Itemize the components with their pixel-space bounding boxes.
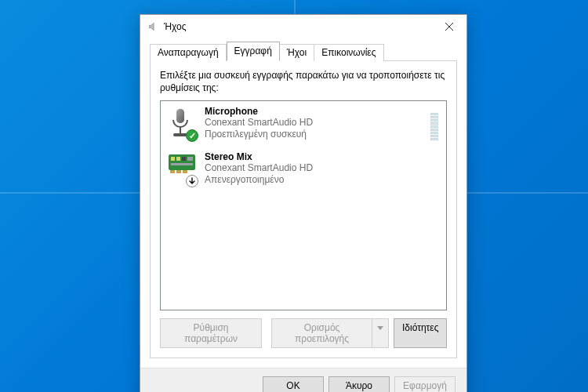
instruction-text: Επιλέξτε μια συσκευή εγγραφής παρακάτω γ… bbox=[160, 69, 447, 94]
svg-rect-7 bbox=[171, 157, 175, 161]
ok-button[interactable]: OK bbox=[263, 376, 324, 392]
tab-playback[interactable]: Αναπαραγωγή bbox=[150, 44, 227, 61]
svg-rect-4 bbox=[180, 127, 181, 133]
device-status: Απενεργοποιημένο bbox=[205, 174, 438, 186]
device-item-stereomix[interactable]: Stereo Mix Conexant SmartAudio HD Απενερ… bbox=[161, 147, 446, 192]
titlebar: Ήχος bbox=[140, 15, 466, 38]
device-text: Microphone Conexant SmartAudio HD Προεπι… bbox=[205, 106, 423, 140]
configure-button[interactable]: Ρύθμιση παραμέτρων bbox=[160, 318, 262, 348]
close-button[interactable] bbox=[431, 15, 466, 38]
tab-panel-recording: Επιλέξτε μια συσκευή εγγραφής παρακάτω γ… bbox=[150, 60, 457, 358]
svg-rect-8 bbox=[176, 157, 180, 161]
svg-rect-10 bbox=[187, 157, 193, 161]
device-item-microphone[interactable]: ✓ Microphone Conexant SmartAudio HD Προε… bbox=[161, 101, 446, 147]
arrow-down-icon bbox=[186, 175, 198, 187]
svg-rect-13 bbox=[176, 170, 181, 173]
sound-dialog: Ήχος Αναπαραγωγή Εγγραφή Ήχοι Επικοινωνί… bbox=[140, 14, 467, 392]
svg-rect-11 bbox=[171, 163, 193, 165]
properties-button[interactable]: Ιδιότητες bbox=[394, 318, 447, 348]
cancel-button[interactable]: Άκυρο bbox=[328, 376, 390, 392]
microphone-icon: ✓ bbox=[167, 106, 197, 140]
svg-rect-9 bbox=[182, 157, 186, 161]
svg-rect-3 bbox=[176, 109, 184, 123]
tab-recording[interactable]: Εγγραφή bbox=[227, 42, 280, 61]
soundcard-icon bbox=[167, 151, 197, 186]
device-driver: Conexant SmartAudio HD bbox=[205, 117, 423, 129]
device-text: Stereo Mix Conexant SmartAudio HD Απενερ… bbox=[205, 151, 438, 186]
tab-sounds[interactable]: Ήχοι bbox=[280, 44, 314, 61]
level-meter bbox=[430, 107, 438, 140]
dialog-content: Αναπαραγωγή Εγγραφή Ήχοι Επικοινωνίες Επ… bbox=[140, 38, 466, 368]
desktop-background: Ήχος Αναπαραγωγή Εγγραφή Ήχοι Επικοινωνί… bbox=[0, 0, 588, 392]
set-default-button[interactable]: Ορισμός προεπιλογής bbox=[271, 318, 389, 348]
svg-rect-12 bbox=[170, 170, 175, 173]
speaker-icon bbox=[147, 20, 159, 33]
chevron-down-icon[interactable] bbox=[372, 319, 388, 347]
device-name: Stereo Mix bbox=[205, 151, 438, 162]
apply-button[interactable]: Εφαρμογή bbox=[394, 376, 456, 392]
device-status: Προεπιλεγμένη συσκευή bbox=[205, 129, 423, 140]
tab-communications[interactable]: Επικοινωνίες bbox=[314, 44, 383, 61]
recording-device-list[interactable]: ✓ Microphone Conexant SmartAudio HD Προε… bbox=[160, 100, 447, 310]
tab-strip: Αναπαραγωγή Εγγραφή Ήχοι Επικοινωνίες bbox=[150, 43, 457, 61]
device-button-row: Ρύθμιση παραμέτρων Ορισμός προεπιλογής Ι… bbox=[160, 318, 447, 348]
device-driver: Conexant SmartAudio HD bbox=[205, 162, 438, 174]
svg-rect-14 bbox=[183, 170, 187, 173]
dialog-footer: OK Άκυρο Εφαρμογή bbox=[140, 368, 466, 392]
set-default-label: Ορισμός προεπιλογής bbox=[272, 319, 372, 347]
device-name: Microphone bbox=[205, 106, 423, 117]
window-title: Ήχος bbox=[164, 21, 431, 32]
